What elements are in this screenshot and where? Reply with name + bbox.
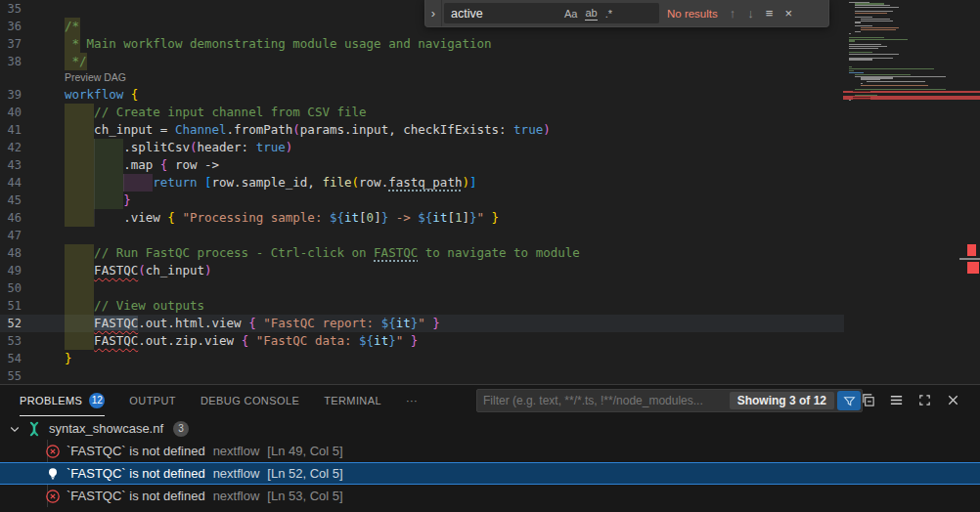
find-next-icon[interactable]: ↓ bbox=[747, 6, 754, 21]
tab-debug-console[interactable]: DEBUG CONSOLE bbox=[200, 386, 299, 416]
view-as-table-icon[interactable] bbox=[889, 393, 904, 407]
code-token: .out.html.view bbox=[138, 316, 248, 330]
code-token: -> bbox=[388, 210, 418, 225]
code-token: FASTQC bbox=[94, 316, 138, 330]
code-token: ${ bbox=[381, 316, 396, 330]
collapse-all-icon[interactable] bbox=[861, 393, 875, 407]
code-line[interactable]: 47 bbox=[0, 227, 844, 244]
code-token: ${ bbox=[359, 333, 374, 348]
minimap-line bbox=[867, 81, 925, 82]
minimap-line bbox=[849, 54, 899, 55]
line-number: 38 bbox=[0, 53, 22, 70]
problem-row[interactable]: `FASTQC` is not definednextflow[Ln 52, C… bbox=[0, 462, 980, 485]
code-line[interactable]: 45 } bbox=[0, 192, 844, 209]
problem-rows: `FASTQC` is not definednextflow[Ln 49, C… bbox=[0, 440, 980, 507]
line-number: 42 bbox=[0, 139, 22, 156]
code-token: it bbox=[432, 210, 447, 225]
code-text: // Create input channel from CSV file bbox=[65, 104, 367, 121]
find-widget: › Aa ab .* No results ↑ ↓ ≡ × bbox=[424, 0, 829, 27]
code-token: true bbox=[256, 140, 286, 154]
problem-source: nextflow bbox=[213, 489, 260, 503]
tab-output[interactable]: OUTPUT bbox=[129, 386, 176, 416]
code-token: [ bbox=[359, 210, 367, 225]
code-line[interactable]: 55 bbox=[0, 367, 844, 385]
code-text: return [row.sample_id, file(row.fastq_pa… bbox=[65, 174, 477, 192]
code-line[interactable]: 38 */ bbox=[0, 53, 844, 70]
minimap-line bbox=[861, 29, 896, 30]
minimap-line bbox=[855, 7, 899, 8]
problem-row[interactable]: `FASTQC` is not definednextflow[Ln 53, C… bbox=[0, 485, 980, 507]
code-token: ${ bbox=[418, 210, 432, 225]
line-number: 35 bbox=[0, 0, 22, 18]
code-line[interactable]: 48 // Run FastQC process - Ctrl-click on… bbox=[0, 244, 844, 262]
code-token: ) bbox=[543, 122, 551, 137]
match-case-icon[interactable]: Aa bbox=[564, 7, 577, 21]
find-in-selection-icon[interactable]: ≡ bbox=[766, 6, 774, 21]
chevron-down-icon[interactable] bbox=[9, 423, 21, 435]
close-panel-icon[interactable] bbox=[946, 393, 960, 407]
code-token: { bbox=[131, 87, 139, 102]
problem-row[interactable]: `FASTQC` is not definednextflow[Ln 49, C… bbox=[0, 440, 980, 462]
line-number: 41 bbox=[0, 121, 22, 139]
problems-filter-input[interactable] bbox=[477, 393, 730, 408]
code-line[interactable]: 39workflow { bbox=[0, 86, 844, 104]
problem-location: [Ln 49, Col 5] bbox=[267, 444, 342, 458]
problems-file-count-badge: 3 bbox=[173, 421, 189, 437]
code-line[interactable]: 49 FASTQC(ch_input) bbox=[0, 262, 844, 279]
code-line[interactable]: 51 // View outputs bbox=[0, 297, 844, 315]
code-line[interactable]: 50 bbox=[0, 279, 844, 297]
minimap-line bbox=[849, 100, 851, 101]
tab-label: DEBUG CONSOLE bbox=[200, 395, 299, 406]
code-token: .fromPath bbox=[227, 122, 293, 137]
code-token: [ bbox=[447, 210, 455, 225]
code-token: { bbox=[167, 210, 175, 225]
code-token bbox=[403, 333, 411, 348]
find-input-box[interactable]: Aa ab .* bbox=[444, 3, 659, 23]
code-text: // Run FastQC process - Ctrl-click on FA… bbox=[65, 244, 580, 262]
maximize-panel-icon[interactable] bbox=[917, 393, 932, 407]
code-line[interactable]: 42 .splitCsv(header: true) bbox=[0, 139, 844, 156]
filter-funnel-icon[interactable] bbox=[837, 391, 861, 410]
code-token bbox=[65, 263, 94, 277]
code-text: /* bbox=[65, 18, 79, 35]
line-number: 44 bbox=[0, 174, 22, 192]
find-close-icon[interactable]: × bbox=[784, 6, 792, 21]
minimap-line bbox=[849, 48, 878, 49]
line-number: 53 bbox=[0, 332, 22, 350]
code-line[interactable]: 44 return [row.sample_id, file(row.fastq… bbox=[0, 174, 844, 192]
code-line[interactable]: 52 FASTQC.out.html.view { "FastQC report… bbox=[0, 315, 844, 332]
code-line[interactable]: 40 // Create input channel from CSV file bbox=[0, 104, 844, 121]
line-number: 50 bbox=[0, 279, 22, 297]
code-line[interactable]: 54} bbox=[0, 350, 844, 367]
tab-terminal[interactable]: TERMINAL bbox=[324, 386, 381, 416]
problems-filter-box[interactable]: Showing 3 of 12 bbox=[476, 389, 863, 412]
whole-word-icon[interactable]: ab bbox=[585, 6, 597, 21]
code-token: "FastQC report: bbox=[263, 316, 380, 330]
code-editor[interactable]: 3536/*37 * Main workflow demonstrating m… bbox=[0, 0, 980, 384]
code-token bbox=[484, 210, 492, 225]
code-line[interactable]: 41 ch_input = Channel.fromPath(params.in… bbox=[0, 121, 844, 139]
code-line[interactable]: 46 .view { "Processing sample: ${it[0]} … bbox=[0, 209, 844, 227]
code-token: ] bbox=[469, 175, 477, 190]
code-text: // View outputs bbox=[65, 297, 204, 315]
codelens[interactable]: Preview DAG bbox=[0, 70, 844, 86]
find-results-label: No results bbox=[667, 8, 718, 20]
code-token bbox=[65, 105, 94, 119]
code-line[interactable]: 53 FASTQC.out.zip.view { "FastQC data: $… bbox=[0, 332, 844, 350]
code-token: ) bbox=[204, 263, 212, 277]
code-text: } bbox=[65, 350, 72, 367]
problems-file-row[interactable]: syntax_showcase.nf 3 bbox=[0, 417, 980, 440]
more-tabs-icon[interactable]: ··· bbox=[406, 386, 418, 416]
find-toggle-chevron-icon[interactable]: › bbox=[425, 0, 442, 26]
code-token bbox=[197, 175, 204, 190]
find-previous-icon[interactable]: ↑ bbox=[730, 6, 736, 21]
find-query-input[interactable] bbox=[444, 7, 560, 21]
regex-icon[interactable]: .* bbox=[605, 7, 612, 21]
minimap-line bbox=[855, 13, 887, 14]
code-line[interactable]: 43 .map { row -> bbox=[0, 156, 844, 174]
code-token: .view bbox=[65, 210, 167, 225]
code-line[interactable]: 37 * Main workflow demonstrating module … bbox=[0, 35, 844, 53]
ruler-mark bbox=[967, 244, 976, 256]
code-token: ( bbox=[352, 175, 360, 190]
tab-problems[interactable]: PROBLEMS12 bbox=[20, 386, 105, 416]
